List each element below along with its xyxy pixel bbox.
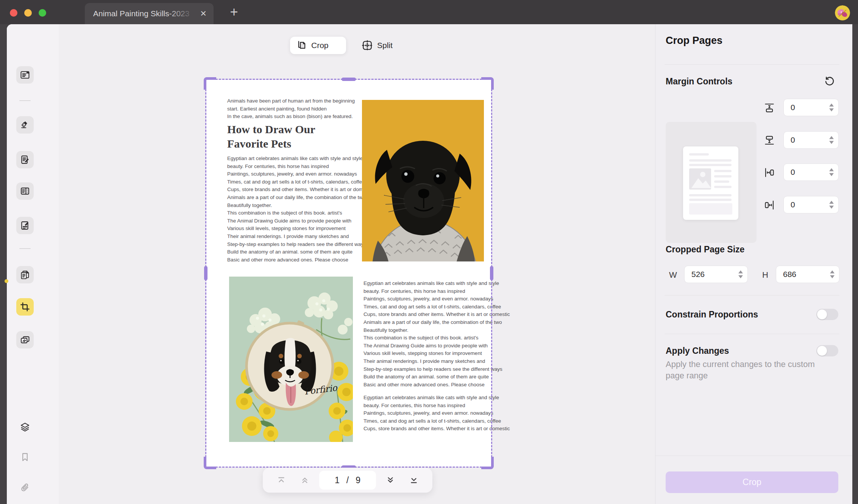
sidebar-divider <box>19 248 31 249</box>
margin-left-input[interactable]: 0 <box>783 163 839 181</box>
margin-right-stepper[interactable] <box>829 201 834 209</box>
page-extract-icon <box>20 269 30 280</box>
app-content: Crop Split Animals have been part of hum… <box>7 24 852 504</box>
page-number-box[interactable]: 1 / 9 <box>319 471 376 490</box>
sidebar-item-comment-edit[interactable] <box>16 151 34 168</box>
divider <box>665 64 839 65</box>
new-tab-button[interactable]: + <box>226 4 242 20</box>
split-mode-label: Split <box>377 41 393 50</box>
previous-page-button[interactable] <box>296 471 314 489</box>
avatar[interactable] <box>835 5 850 20</box>
width-value: 526 <box>691 270 705 279</box>
apply-changes-toggle[interactable] <box>816 345 838 356</box>
sidebar-divider <box>19 100 31 101</box>
tab-close-icon[interactable]: ✕ <box>198 9 208 19</box>
crop-handle-top-middle[interactable] <box>342 78 356 81</box>
crop-handle-bottom-right[interactable] <box>481 457 494 469</box>
crop-pages-panel: Crop Pages Margin Controls <box>655 24 852 504</box>
crop-apply-button[interactable]: Crop <box>666 471 838 493</box>
margin-right-input[interactable]: 0 <box>783 196 839 213</box>
sidebar-item-fill-sign[interactable] <box>16 217 34 234</box>
width-label: W <box>669 270 677 280</box>
height-value: 686 <box>783 270 796 279</box>
comment-edit-icon <box>20 154 30 165</box>
sidebar-item-attachment[interactable] <box>16 479 34 496</box>
previous-page-icon <box>300 475 310 485</box>
margin-left-value: 0 <box>791 168 795 177</box>
paperclip-icon <box>20 482 30 493</box>
crop-handle-top-right[interactable] <box>481 77 494 90</box>
crop-document-icon <box>296 40 307 51</box>
last-page-button[interactable] <box>405 471 423 489</box>
width-stepper[interactable] <box>738 271 743 278</box>
margin-bottom-icon <box>764 135 775 148</box>
crop-mode-label: Crop <box>311 41 329 50</box>
margin-bottom-stepper[interactable] <box>829 136 834 144</box>
sidebar-item-highlighter[interactable] <box>16 116 34 134</box>
constrain-proportions-toggle[interactable] <box>816 309 838 320</box>
reader-icon <box>20 70 30 80</box>
margin-bottom-value: 0 <box>791 135 795 145</box>
image-placeholder-icon <box>689 168 711 190</box>
apply-changes-description: Apply the current changes to the custom … <box>666 359 834 381</box>
current-page: 1 <box>335 475 340 485</box>
reset-margins-button[interactable] <box>824 75 836 87</box>
document-tab[interactable]: Animal Painting Skills-2023 ✕ <box>85 3 214 24</box>
next-page-button[interactable] <box>381 471 399 489</box>
crop-tool-icon <box>20 302 30 312</box>
width-input[interactable]: 526 <box>684 266 748 283</box>
watermark-icon <box>20 334 30 345</box>
pagination-bar: 1 / 9 <box>263 468 432 493</box>
divider <box>665 295 839 296</box>
sidebar-item-watermark[interactable] <box>16 331 34 348</box>
crop-handle-right-middle[interactable] <box>490 266 493 280</box>
crop-handle-bottom-left[interactable] <box>204 457 216 469</box>
sidebar-item-layers[interactable] <box>16 418 34 436</box>
crop-handle-top-left[interactable] <box>204 77 216 90</box>
active-tool-notch <box>0 260 6 306</box>
margin-controls-heading: Margin Controls <box>666 76 732 87</box>
margin-left-stepper[interactable] <box>829 168 834 176</box>
divider <box>665 334 839 334</box>
split-icon <box>361 39 373 51</box>
close-window-button[interactable] <box>10 9 17 17</box>
tab-title: Animal Painting Skills-2023 <box>93 9 195 18</box>
constrain-proportions-label: Constrain Proportions <box>666 310 758 320</box>
sidebar <box>7 24 59 504</box>
sidebar-item-bookmark[interactable] <box>16 448 34 466</box>
page-organize-icon <box>20 186 30 196</box>
reset-icon <box>824 75 836 87</box>
sidebar-item-reader[interactable] <box>16 66 34 84</box>
total-pages: 9 <box>356 475 360 485</box>
margin-right-icon <box>764 199 775 212</box>
app-window: Animal Painting Skills-2023 ✕ + <box>0 0 858 504</box>
height-input[interactable]: 686 <box>776 266 839 283</box>
next-page-icon <box>385 475 395 485</box>
margin-top-icon <box>764 102 775 115</box>
zoom-window-button[interactable] <box>39 9 46 17</box>
apply-changes-label: Apply Changes <box>666 346 729 356</box>
minimize-window-button[interactable] <box>24 9 32 17</box>
page-separator: / <box>346 475 349 485</box>
sidebar-item-page-extract[interactable] <box>16 266 34 283</box>
crop-handle-left-middle[interactable] <box>204 266 207 280</box>
layers-icon <box>19 422 31 433</box>
highlighter-icon <box>20 120 30 130</box>
margin-left-icon <box>764 167 775 180</box>
crop-selection-marquee[interactable] <box>205 79 492 468</box>
height-stepper[interactable] <box>830 271 835 278</box>
margin-bottom-input[interactable]: 0 <box>783 131 839 149</box>
sidebar-item-crop-active[interactable] <box>16 298 34 316</box>
titlebar: Animal Painting Skills-2023 ✕ + <box>0 0 858 24</box>
bookmark-icon <box>20 452 30 462</box>
margin-preview-page <box>683 146 738 220</box>
split-mode-button[interactable]: Split <box>358 37 414 54</box>
margin-top-input[interactable]: 0 <box>783 99 839 116</box>
sidebar-item-page-organize[interactable] <box>16 182 34 200</box>
fill-sign-icon <box>20 220 30 231</box>
margin-top-stepper[interactable] <box>829 104 834 112</box>
margin-top-value: 0 <box>791 103 795 112</box>
crop-mode-button[interactable]: Crop <box>290 37 346 54</box>
first-page-button[interactable] <box>272 471 290 489</box>
avatar-flower-image <box>835 5 850 20</box>
